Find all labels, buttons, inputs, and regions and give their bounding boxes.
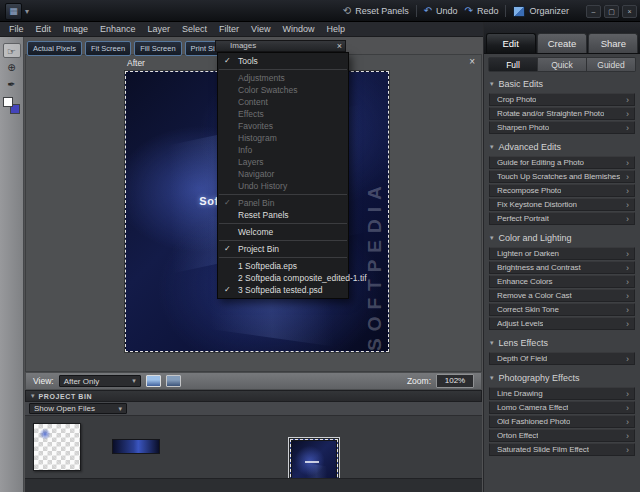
check-icon: ✓ bbox=[224, 284, 231, 296]
bin-filter-value: Show Open Files bbox=[34, 404, 95, 413]
panel-action-item[interactable]: Depth Of Field › bbox=[489, 352, 635, 365]
zoom-tool-icon[interactable]: ⊕ bbox=[3, 60, 21, 75]
menu-item-label: Navigator bbox=[238, 169, 274, 179]
section-header[interactable]: ▾ Basic Edits bbox=[490, 77, 634, 90]
menubar-item[interactable]: Filter bbox=[213, 22, 245, 37]
window-menu-item[interactable]: ✓ Info bbox=[218, 144, 348, 156]
panel-action-item[interactable]: Recompose Photo › bbox=[489, 184, 635, 197]
menubar-item[interactable]: File bbox=[3, 22, 30, 37]
panel-action-item[interactable]: Perfect Portrait › bbox=[489, 212, 635, 225]
project-bin-thumbnail[interactable] bbox=[112, 423, 160, 471]
panel-action-item[interactable]: Lomo Camera Effect › bbox=[489, 401, 635, 414]
menu-item-label: Tools bbox=[238, 56, 258, 66]
maximize-button[interactable]: ▢ bbox=[604, 5, 619, 18]
subtab-guided[interactable]: Guided bbox=[587, 57, 636, 72]
window-menu-item[interactable]: ✓ 2 Softpedia composite_edited-1.tif bbox=[218, 272, 348, 284]
menu-item-label: Info bbox=[238, 145, 252, 155]
project-bin-thumbnail[interactable] bbox=[33, 423, 81, 471]
organizer-button[interactable]: Organizer bbox=[513, 6, 569, 17]
reset-panels-label: Reset Panels bbox=[355, 6, 409, 16]
window-menu-item[interactable]: ✓ 1 Softpedia.eps bbox=[218, 260, 348, 272]
hand-tool-icon[interactable]: ☞ bbox=[3, 43, 21, 58]
window-menu-item[interactable]: ✓ Content bbox=[218, 96, 348, 108]
panel-action-item[interactable]: Brightness and Contrast › bbox=[489, 261, 635, 274]
window-menu-item[interactable]: ✓ Reset Panels bbox=[218, 209, 348, 221]
panel-action-item[interactable]: Crop Photo › bbox=[489, 93, 635, 106]
panel-action-item[interactable]: Remove a Color Cast › bbox=[489, 289, 635, 302]
reset-panels-button[interactable]: ⟲ Reset Panels bbox=[343, 6, 409, 16]
menubar-item[interactable]: Select bbox=[176, 22, 213, 37]
view-mode-dropdown[interactable]: After Only ▾ bbox=[59, 375, 141, 387]
images-window-titlebar[interactable]: Images × bbox=[215, 40, 346, 52]
window-menu-item[interactable]: ✓ Panel Bin bbox=[218, 197, 348, 209]
project-bin-header[interactable]: ▾ PROJECT BIN bbox=[25, 390, 482, 402]
panel-action-item[interactable]: Correct Skin Tone › bbox=[489, 303, 635, 316]
menubar-item[interactable]: Enhance bbox=[94, 22, 142, 37]
menubar-item[interactable]: Window bbox=[276, 22, 320, 37]
panel-action-label: Old Fashioned Photo bbox=[497, 417, 570, 426]
menubar-item[interactable]: Image bbox=[57, 22, 94, 37]
check-icon: ✓ bbox=[224, 243, 231, 255]
window-menu-item[interactable]: ✓ Favorites bbox=[218, 120, 348, 132]
images-window-close-button[interactable]: × bbox=[337, 41, 342, 51]
window-menu-item[interactable]: ✓ Adjustments bbox=[218, 72, 348, 84]
panel-action-item[interactable]: Fix Keystone Distortion › bbox=[489, 198, 635, 211]
panel-action-item[interactable]: Touch Up Scratches and Blemishes › bbox=[489, 170, 635, 183]
check-icon: ✓ bbox=[224, 55, 231, 67]
view-size-button[interactable]: Fill Screen bbox=[134, 41, 181, 56]
split-view-icon[interactable] bbox=[166, 375, 181, 387]
app-menu-caret-icon[interactable]: ▾ bbox=[25, 7, 29, 16]
chevron-down-icon: ▾ bbox=[490, 339, 494, 347]
eyedropper-tool-icon[interactable]: ✒ bbox=[3, 77, 21, 92]
section-header[interactable]: ▾ Color and Lighting bbox=[490, 231, 634, 244]
tab-create[interactable]: Create bbox=[537, 33, 587, 53]
app-icon[interactable]: ▦ bbox=[5, 3, 22, 20]
view-mode-value: After Only bbox=[64, 377, 100, 386]
panel-action-item[interactable]: Sharpen Photo › bbox=[489, 121, 635, 134]
menubar-item[interactable]: View bbox=[245, 22, 276, 37]
foreground-color-swatch[interactable] bbox=[3, 97, 13, 107]
section-header[interactable]: ▾ Lens Effects bbox=[490, 336, 634, 349]
subtab-quick[interactable]: Quick bbox=[538, 57, 587, 72]
zoom-input[interactable]: 102% bbox=[436, 374, 474, 388]
chevron-down-icon: ▾ bbox=[490, 234, 494, 242]
tab-share[interactable]: Share bbox=[588, 33, 638, 53]
panel-action-item[interactable]: Lighten or Darken › bbox=[489, 247, 635, 260]
minimize-button[interactable]: – bbox=[586, 5, 601, 18]
menu-separator bbox=[219, 69, 347, 70]
window-menu-item[interactable]: ✓ Tools bbox=[218, 55, 348, 67]
subtab-full[interactable]: Full bbox=[488, 57, 538, 72]
section-header[interactable]: ▾ Photography Effects bbox=[490, 371, 634, 384]
panel-action-item[interactable]: Guide for Editing a Photo › bbox=[489, 156, 635, 169]
undo-button[interactable]: ↶ Undo bbox=[424, 6, 458, 16]
panel-action-item[interactable]: Line Drawing › bbox=[489, 387, 635, 400]
window-menu-item[interactable]: ✓ Effects bbox=[218, 108, 348, 120]
window-menu-item[interactable]: ✓ Color Swatches bbox=[218, 84, 348, 96]
view-size-button[interactable]: Actual Pixels bbox=[27, 41, 82, 56]
close-button[interactable]: × bbox=[622, 5, 637, 18]
panel-action-item[interactable]: Old Fashioned Photo › bbox=[489, 415, 635, 428]
panel-action-item[interactable]: Adjust Levels › bbox=[489, 317, 635, 330]
panel-action-item[interactable]: Orton Effect › bbox=[489, 429, 635, 442]
bin-filter-dropdown[interactable]: Show Open Files ▾ bbox=[29, 403, 127, 414]
menubar-item[interactable]: Layer bbox=[142, 22, 177, 37]
window-menu-item[interactable]: ✓ Project Bin bbox=[218, 243, 348, 255]
section-header[interactable]: ▾ Advanced Edits bbox=[490, 140, 634, 153]
window-menu-item[interactable]: ✓ Undo History bbox=[218, 180, 348, 192]
panel-action-item[interactable]: Enhance Colors › bbox=[489, 275, 635, 288]
tab-edit[interactable]: Edit bbox=[486, 33, 536, 53]
menu-item-label: 2 Softpedia composite_edited-1.tif bbox=[238, 273, 367, 283]
view-size-button[interactable]: Fit Screen bbox=[85, 41, 131, 56]
section-title: Basic Edits bbox=[499, 79, 544, 89]
panel-action-item[interactable]: Saturated Slide Film Effect › bbox=[489, 443, 635, 456]
menubar-item[interactable]: Edit bbox=[30, 22, 58, 37]
single-view-icon[interactable] bbox=[146, 375, 161, 387]
window-menu-item[interactable]: ✓ Layers bbox=[218, 156, 348, 168]
window-menu-item[interactable]: ✓ Histogram bbox=[218, 132, 348, 144]
menubar-item[interactable]: Help bbox=[320, 22, 351, 37]
redo-button[interactable]: ↷ Redo bbox=[465, 6, 499, 16]
window-menu-item[interactable]: ✓ Navigator bbox=[218, 168, 348, 180]
panel-action-item[interactable]: Rotate and/or Straighten Photo › bbox=[489, 107, 635, 120]
window-menu-item[interactable]: ✓ 3 Softpedia tested.psd bbox=[218, 284, 348, 296]
window-menu-item[interactable]: ✓ Welcome bbox=[218, 226, 348, 238]
